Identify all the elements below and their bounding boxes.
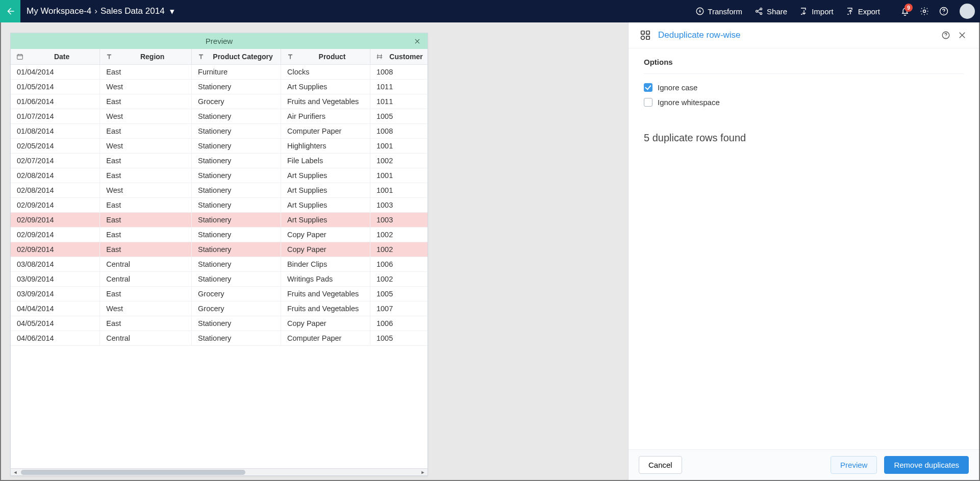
ignore-whitespace-checkbox[interactable]: Ignore whitespace (644, 98, 964, 107)
preview-table-scroll[interactable]: DateRegionProduct CategoryProductCustome… (11, 49, 428, 468)
table-row[interactable]: 03/08/2014CentralStationeryBinder Clips1… (11, 257, 428, 272)
cell-customer: 1005 (370, 331, 428, 346)
cell-product: Art Supplies (281, 198, 370, 213)
cell-region: East (100, 154, 192, 168)
cell-date: 04/05/2014 (11, 316, 100, 331)
cell-product: Binder Clips (281, 257, 370, 272)
table-row[interactable]: 02/05/2014WestStationeryHighlighters1001 (11, 139, 428, 154)
text-type-icon (286, 53, 294, 61)
column-header-date[interactable]: Date (11, 49, 100, 65)
cell-date: 02/09/2014 (11, 227, 100, 242)
share-button[interactable]: Share (749, 4, 792, 19)
help-button[interactable] (935, 3, 952, 20)
table-row[interactable]: 02/09/2014EastStationeryArt Supplies1003 (11, 198, 428, 213)
cell-region: East (100, 213, 192, 227)
cell-date: 02/09/2014 (11, 242, 100, 257)
cell-region: West (100, 109, 192, 124)
table-row[interactable]: 02/07/2014EastStationeryFile Labels1002 (11, 154, 428, 168)
scroll-right-icon[interactable]: ► (419, 469, 426, 476)
cell-customer: 1005 (370, 287, 428, 301)
column-header-customer[interactable]: Customer (370, 49, 428, 65)
cell-customer: 1011 (370, 94, 428, 109)
preview-table: DateRegionProduct CategoryProductCustome… (11, 49, 428, 346)
table-row[interactable]: 04/05/2014EastStationeryCopy Paper1006 (11, 316, 428, 331)
breadcrumb-dataset[interactable]: Sales Data 2014 (100, 6, 165, 16)
text-type-icon (105, 53, 113, 61)
panel-close-button[interactable] (957, 30, 968, 41)
checkbox-icon (644, 83, 652, 92)
cell-customer: 1006 (370, 316, 428, 331)
table-row[interactable]: 04/06/2014CentralStationeryComputer Pape… (11, 331, 428, 346)
duplicate-summary: 5 duplicate rows found (644, 132, 964, 144)
column-header-product[interactable]: Product (281, 49, 370, 65)
table-row[interactable]: 01/08/2014EastStationeryComputer Paper10… (11, 124, 428, 139)
cell-product: Art Supplies (281, 213, 370, 227)
cell-region: East (100, 124, 192, 139)
cell-date: 02/09/2014 (11, 213, 100, 227)
svg-point-6 (943, 13, 944, 14)
arrow-left-icon (6, 7, 15, 16)
cell-category: Stationery (192, 154, 281, 168)
cancel-button[interactable]: Cancel (639, 456, 682, 474)
preview-button[interactable]: Preview (831, 456, 877, 474)
import-button[interactable]: Import (794, 4, 839, 19)
caret-down-icon[interactable]: ▾ (170, 6, 174, 17)
deduplicate-icon (640, 30, 651, 41)
export-button[interactable]: Export (841, 4, 885, 19)
scroll-left-icon[interactable]: ◄ (12, 469, 19, 476)
preview-title: Preview (206, 37, 233, 45)
back-button[interactable] (0, 0, 20, 22)
close-icon (414, 38, 421, 45)
table-row[interactable]: 03/09/2014CentralStationeryWritings Pads… (11, 272, 428, 287)
table-row[interactable]: 02/09/2014EastStationeryCopy Paper1002 (11, 242, 428, 257)
remove-duplicates-button[interactable]: Remove duplicates (884, 456, 969, 474)
gear-icon (919, 6, 929, 16)
cell-category: Stationery (192, 331, 281, 346)
ignore-case-checkbox[interactable]: Ignore case (644, 83, 964, 92)
export-icon (846, 7, 855, 16)
table-row[interactable]: 02/09/2014EastStationeryCopy Paper1002 (11, 227, 428, 242)
cell-category: Stationery (192, 139, 281, 154)
table-row[interactable]: 01/04/2014EastFurnitureClocks1008 (11, 65, 428, 80)
cell-date: 04/04/2014 (11, 301, 100, 316)
horizontal-scrollbar[interactable]: ◄ ► (11, 468, 428, 475)
cell-date: 01/08/2014 (11, 124, 100, 139)
cell-category: Stationery (192, 183, 281, 198)
cell-product: Art Supplies (281, 183, 370, 198)
avatar[interactable] (960, 4, 975, 19)
cell-region: Central (100, 331, 192, 346)
notifications-button[interactable]: 9 (896, 3, 914, 20)
cell-product: Fruits and Vegetables (281, 94, 370, 109)
table-row[interactable]: 02/08/2014WestStationeryArt Supplies1001 (11, 183, 428, 198)
cell-product: Fruits and Vegetables (281, 301, 370, 316)
table-row[interactable]: 02/09/2014EastStationeryArt Supplies1003 (11, 213, 428, 227)
cell-date: 02/09/2014 (11, 198, 100, 213)
cell-category: Stationery (192, 257, 281, 272)
cell-product: Copy Paper (281, 242, 370, 257)
preview-close-button[interactable] (411, 35, 423, 47)
cell-region: East (100, 198, 192, 213)
import-icon (799, 7, 809, 16)
transform-button[interactable]: Transform (690, 4, 747, 19)
table-row[interactable]: 01/06/2014EastGroceryFruits and Vegetabl… (11, 94, 428, 109)
divider (644, 73, 964, 74)
table-row[interactable]: 03/09/2014EastGroceryFruits and Vegetabl… (11, 287, 428, 301)
settings-button[interactable] (916, 3, 933, 20)
number-type-icon (375, 53, 384, 61)
column-header-category[interactable]: Product Category (192, 49, 281, 65)
table-row[interactable]: 04/04/2014WestGroceryFruits and Vegetabl… (11, 301, 428, 316)
table-row[interactable]: 02/08/2014EastStationeryArt Supplies1001 (11, 168, 428, 183)
cell-date: 02/08/2014 (11, 168, 100, 183)
cell-date: 03/09/2014 (11, 272, 100, 287)
checkbox-icon (644, 98, 652, 107)
cell-customer: 1003 (370, 198, 428, 213)
table-row[interactable]: 01/07/2014WestStationeryAir Purifiers100… (11, 109, 428, 124)
preview-panel: Preview DateRegionProduct CategoryProduc… (10, 33, 428, 476)
breadcrumb: My Workspace-4 › Sales Data 2014 ▾ (27, 6, 174, 17)
panel-help-button[interactable] (940, 30, 951, 41)
breadcrumb-workspace[interactable]: My Workspace-4 (27, 6, 91, 16)
scrollbar-thumb[interactable] (21, 470, 245, 475)
table-row[interactable]: 01/05/2014WestStationeryArt Supplies1011 (11, 80, 428, 94)
cell-customer: 1001 (370, 139, 428, 154)
column-header-region[interactable]: Region (100, 49, 192, 65)
